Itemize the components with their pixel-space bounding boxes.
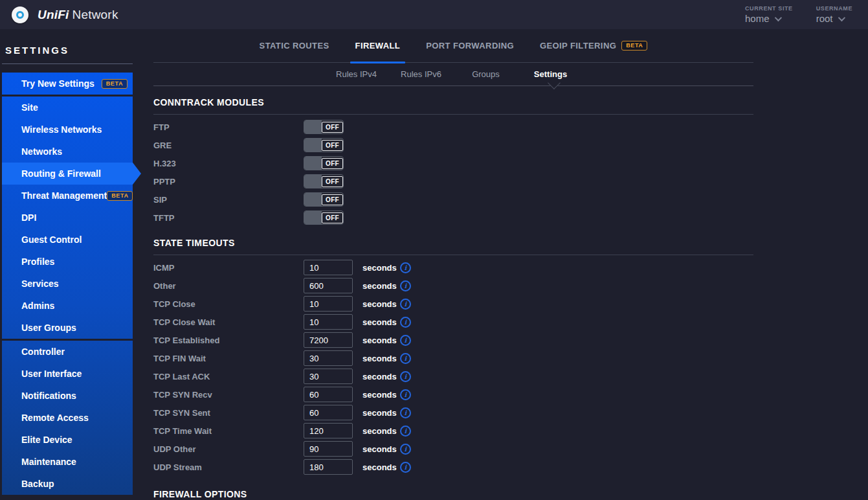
timeout-input-tcp-time-wait[interactable] <box>304 423 353 438</box>
sidebar-item-wireless-networks[interactable]: Wireless Networks <box>2 119 133 141</box>
timeout-row-tcp-fin-wait: TCP FIN Waitsecondsi <box>153 349 753 367</box>
sidebar-item-profiles[interactable]: Profiles <box>2 251 133 273</box>
timeout-input-udp-stream[interactable] <box>304 459 353 475</box>
timeout-input-tcp-fin-wait[interactable] <box>304 350 353 366</box>
sidebar-item-notifications[interactable]: Notifications <box>2 385 133 407</box>
sidebar-item-routing-firewall[interactable]: Routing & Firewall <box>2 163 133 185</box>
info-icon[interactable]: i <box>400 353 411 364</box>
timeout-input-icmp[interactable] <box>304 260 353 275</box>
sidebar-item-admins[interactable]: Admins <box>2 295 133 317</box>
toggle-state-label: OFF <box>322 212 343 223</box>
info-icon[interactable]: i <box>400 444 411 455</box>
beta-badge: BETA <box>621 41 647 51</box>
sidebar-item-label: User Interface <box>21 369 82 379</box>
timeout-input-other[interactable] <box>304 278 353 293</box>
info-icon[interactable]: i <box>400 317 411 328</box>
timeout-row-tcp-last-ack: TCP Last ACKsecondsi <box>153 367 753 385</box>
firewall-settings-content: STATIC ROUTESFIREWALLPORT FORWARDINGGEOI… <box>153 29 753 499</box>
tab-label: GEOIP FILTERING <box>540 41 616 51</box>
conntrack-rows: FTPOFFGREOFFH.323OFFPPTPOFFSIPOFFTFTPOFF <box>153 118 753 227</box>
subtab-settings[interactable]: Settings <box>518 69 583 79</box>
sidebar-divider <box>2 63 133 64</box>
toggle-tftp[interactable]: OFF <box>304 210 344 225</box>
timeout-row-other: Othersecondsi <box>153 277 753 295</box>
toggle-h-323[interactable]: OFF <box>304 156 344 170</box>
sidebar-item-elite-device[interactable]: Elite Device <box>2 429 133 451</box>
tab-bar: STATIC ROUTESFIREWALLPORT FORWARDINGGEOI… <box>153 29 753 63</box>
sidebar-nav: Try New SettingsBETASiteWireless Network… <box>2 73 133 495</box>
sidebar-item-maintenance[interactable]: Maintenance <box>2 451 133 473</box>
conntrack-label: PPTP <box>153 177 304 187</box>
info-icon[interactable]: i <box>400 426 411 437</box>
timeout-input-udp-other[interactable] <box>304 441 353 457</box>
timeout-input-tcp-syn-recv[interactable] <box>304 387 353 402</box>
sidebar-item-controller[interactable]: Controller <box>2 341 133 363</box>
settings-sidebar: SETTINGS Try New SettingsBETASiteWireles… <box>0 29 133 500</box>
top-bar: UniFiNetwork CURRENT SITE home USERNAME … <box>0 0 868 29</box>
timeout-label: TCP Time Wait <box>153 426 304 436</box>
toggle-sip[interactable]: OFF <box>304 192 344 207</box>
timeout-label: UDP Other <box>153 444 304 454</box>
conntrack-row-sip: SIPOFF <box>153 190 753 209</box>
subtab-rules-ipv4[interactable]: Rules IPv4 <box>324 69 389 79</box>
info-icon[interactable]: i <box>400 407 411 418</box>
conntrack-row-pptp: PPTPOFF <box>153 172 753 190</box>
timeout-row-tcp-close-wait: TCP Close Waitsecondsi <box>153 313 753 331</box>
sidebar-item-label: Admins <box>21 301 54 311</box>
current-site-value: home <box>745 13 770 24</box>
toggle-pptp[interactable]: OFF <box>304 174 344 188</box>
sidebar-item-services[interactable]: Services <box>2 273 133 295</box>
subtab-groups[interactable]: Groups <box>454 69 518 79</box>
subtab-rules-ipv6[interactable]: Rules IPv6 <box>389 69 454 79</box>
sidebar-item-label: Services <box>21 278 59 289</box>
sidebar-item-label: Elite Device <box>21 435 72 445</box>
timeout-label: TCP SYN Sent <box>153 408 304 418</box>
sidebar-item-backup[interactable]: Backup <box>2 473 133 495</box>
info-icon[interactable]: i <box>400 389 411 400</box>
sidebar-item-dpi[interactable]: DPI <box>2 207 133 229</box>
sidebar-item-user-interface[interactable]: User Interface <box>2 363 133 385</box>
sidebar-item-threat-management[interactable]: Threat ManagementBETA <box>2 185 133 207</box>
tab-firewall[interactable]: FIREWALL <box>350 29 406 62</box>
username-dropdown[interactable]: USERNAME root <box>816 5 852 24</box>
sidebar-item-user-groups[interactable]: User Groups <box>2 317 133 339</box>
toggle-ftp[interactable]: OFF <box>304 120 344 134</box>
info-icon[interactable]: i <box>400 371 411 382</box>
conntrack-row-tftp: TFTPOFF <box>153 209 753 227</box>
toggle-state-label: OFF <box>322 158 343 169</box>
tab-static-routes[interactable]: STATIC ROUTES <box>254 29 335 62</box>
tab-port-forwarding[interactable]: PORT FORWARDING <box>421 29 519 62</box>
info-icon[interactable]: i <box>400 262 411 273</box>
sidebar-item-networks[interactable]: Networks <box>2 141 133 163</box>
info-icon[interactable]: i <box>400 280 411 291</box>
conntrack-label: FTP <box>153 122 304 132</box>
tab-geoip-filtering[interactable]: GEOIP FILTERINGBETA <box>535 29 652 62</box>
conntrack-row-h-323: H.323OFF <box>153 154 753 172</box>
toggle-gre[interactable]: OFF <box>304 138 344 152</box>
timeout-input-tcp-syn-sent[interactable] <box>304 405 353 420</box>
toggle-state: OFF <box>322 140 343 151</box>
info-icon[interactable]: i <box>400 335 411 346</box>
beta-badge: BETA <box>107 191 133 201</box>
info-icon[interactable]: i <box>400 299 411 310</box>
sidebar-item-try-new-settings[interactable]: Try New SettingsBETA <box>2 73 133 95</box>
toggle-state: OFF <box>322 212 343 223</box>
beta-badge: BETA <box>102 79 128 89</box>
sidebar-item-site[interactable]: Site <box>2 97 133 119</box>
timeout-label: TCP Close Wait <box>153 317 304 327</box>
timeout-label: TCP FIN Wait <box>153 354 304 363</box>
current-site-dropdown[interactable]: CURRENT SITE home <box>745 5 793 24</box>
timeout-input-tcp-established[interactable] <box>304 332 353 348</box>
timeout-row-tcp-syn-sent: TCP SYN Sentsecondsi <box>153 403 753 422</box>
timeout-input-tcp-close-wait[interactable] <box>304 314 353 330</box>
timeout-input-tcp-close[interactable] <box>304 296 353 312</box>
brand-network: Network <box>72 8 118 21</box>
username-value: root <box>816 13 833 24</box>
info-icon[interactable]: i <box>400 462 411 473</box>
sidebar-item-remote-access[interactable]: Remote Access <box>2 407 133 429</box>
unit-label: seconds <box>362 299 395 309</box>
sidebar-item-guest-control[interactable]: Guest Control <box>2 229 133 251</box>
timeout-input-tcp-last-ack[interactable] <box>304 369 353 384</box>
unit-label: seconds <box>362 317 395 327</box>
unit-label: seconds <box>362 354 395 363</box>
